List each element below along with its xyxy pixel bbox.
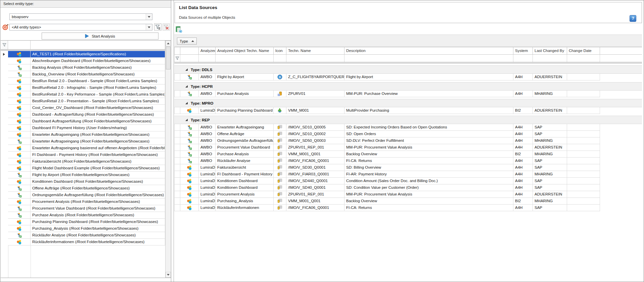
server-combo[interactable]: btsapserv	[9, 13, 152, 20]
filter-cell[interactable]	[513, 55, 533, 62]
list-item[interactable]: Ordnungsgemäße Auftragserfüllung (/Root …	[8, 192, 165, 199]
group-row[interactable]: Type: DDLS	[174, 65, 642, 74]
list-item[interactable]: Backlog Analysis (/Root Folder/bluetelli…	[8, 64, 165, 71]
list-item[interactable]: Backlog_Overview (/Root Folder/bluetelli…	[8, 71, 165, 78]
filter-cell[interactable]	[274, 55, 286, 62]
table-row[interactable]: LumiraDocu...Purchasing Planning Dashboa…	[174, 107, 600, 114]
table-row[interactable]: AWBOFlight by AirportDZ_C_FLIGHTBYAIRPOR…	[174, 74, 600, 80]
table-row[interactable]: AWBOPurchase AnalysisZPURV01MM-PUR: Purc…	[174, 91, 600, 97]
scroll-down-button[interactable]	[166, 272, 171, 278]
row-gutter-cell	[174, 198, 180, 204]
analyzed-object-icon-cell	[180, 91, 199, 97]
list-item[interactable]: Dashboard FI Payment History (/User Fold…	[8, 125, 165, 131]
filter-cell[interactable]	[344, 55, 513, 62]
filter-cell[interactable]	[286, 55, 344, 62]
scroll-up-button[interactable]	[166, 41, 171, 46]
list-item[interactable]: Abschreibungen Dashboard (/Root Folder/b…	[8, 58, 165, 64]
column-header[interactable]: Analyzed Ob...	[199, 47, 216, 54]
list-item[interactable]: BestRun Retail 2.0 - Dashboard - Sample …	[8, 78, 165, 84]
table-row[interactable]: AWBORückläufer Analyse/IMO/V_FICA06_Q000…	[174, 158, 600, 164]
techn-name-cell: Z_C_FLIGHTBYAIRPORTQUERY	[286, 74, 344, 80]
list-item[interactable]: Fakturaübersicht (/Root Folder/bluetelli…	[8, 158, 165, 165]
list-item-label: Erwarteter Auftragseingang (/Root Folder…	[31, 138, 165, 145]
list-item[interactable]: BestRunRetail 2.0 - Infographic - Sample…	[8, 84, 165, 91]
table-row[interactable]: AWBOPurchase AnalysisVMM_M001_Q001Backlo…	[174, 151, 600, 158]
column-header[interactable]: Icon	[274, 47, 286, 54]
table-row[interactable]: LumiraDocu...Fakturaübersicht/IMO/V_SD30…	[174, 164, 600, 171]
list-item-label: Flight Model Dashboard Example (/Root Fo…	[31, 165, 165, 171]
list-item[interactable]: Erwarteter Auftragseingang (/Root Folder…	[8, 131, 165, 138]
filter-cell[interactable]	[533, 55, 567, 62]
edit-filter-button[interactable]	[154, 23, 162, 31]
list-item[interactable]: Flight Model Dashboard Example (/Root Fo…	[8, 165, 165, 172]
list-item[interactable]: Offene Aufträge (/Root Folder/bluetellig…	[8, 185, 165, 192]
list-item[interactable]: Erwarteter Auftragseingang basierend auf…	[8, 145, 165, 152]
list-item[interactable]: Cost_Center_OV_Dashboard (/Root Folder/b…	[8, 105, 165, 111]
group-by-type-chip[interactable]: Type	[177, 38, 197, 45]
chevron-down-icon	[148, 16, 150, 18]
group-row[interactable]: Type: REP	[174, 116, 642, 124]
filter-gutter-cell[interactable]	[174, 55, 180, 62]
table-row[interactable]: LumiraDocu...Procurement AnalysisZPURV01…	[174, 191, 600, 198]
group-row-label: Type: REP	[191, 118, 210, 122]
filter-cell[interactable]	[567, 55, 600, 62]
table-row[interactable]: LumiraDocu...Konditionen Dashboard/IMO/V…	[174, 184, 600, 191]
table-row[interactable]: AWBOOrdnungsgemäße Auftragserfüllung/IMO…	[174, 137, 600, 144]
list-item[interactable]: Procurement Analysis (/Root Folder/bluet…	[8, 199, 165, 205]
server-combo-dropdown-button[interactable]	[146, 14, 152, 20]
filter-cell[interactable]	[31, 41, 165, 49]
lumira-document-icon	[187, 205, 192, 211]
filter-funnel-icon	[175, 56, 179, 60]
scrollbar-thumb[interactable]	[166, 47, 171, 69]
clear-filter-button[interactable]	[163, 23, 170, 31]
table-row[interactable]: AWBOOffene Aufträge/IMO/V_SD10_Q0002SD: …	[174, 131, 600, 137]
filter-cell[interactable]	[216, 55, 274, 62]
table-row[interactable]: LumiraDocu...FI Dashboard - Payment Hist…	[174, 171, 600, 178]
vertical-scrollbar[interactable]	[165, 41, 171, 278]
column-header[interactable]: Change Date	[567, 47, 600, 54]
column-header[interactable]: System	[513, 47, 533, 54]
filter-gutter-cell[interactable]	[1, 41, 8, 49]
table-row[interactable]: AWBOErwarteter Auftragseingang/IMO/V_SD1…	[174, 124, 600, 131]
entity-type-combo[interactable]: <All entity types>	[9, 24, 152, 31]
entity-type-combo-dropdown-button[interactable]	[146, 24, 152, 30]
analysis-workbook-icon	[187, 158, 192, 164]
group-row[interactable]: Type: MPRO	[174, 99, 642, 107]
column-header[interactable]: Analyzed Object Techn. Name	[216, 47, 274, 54]
list-item[interactable]: Flight by Airport (/Root Folder/bluetell…	[8, 172, 165, 178]
list-item[interactable]: Purchase Analysis (/Root Folder/bluetell…	[8, 212, 165, 219]
table-row[interactable]: LumiraDocu...Konditionen Dashboard/IMO/V…	[174, 178, 600, 184]
start-analysis-button[interactable]: Start Analysis	[42, 33, 158, 40]
list-item[interactable]: Procurement Value Dashboard (/Root Folde…	[8, 205, 165, 212]
bw-query-icon	[277, 199, 282, 204]
help-button[interactable]: ?	[630, 15, 636, 22]
list-item[interactable]: Purchasing_Analysis (/Root Folder/bluete…	[8, 225, 165, 232]
list-item-icon-cell	[8, 239, 31, 245]
list-item[interactable]: Rückläuferinformationen (/Root Folder/bl…	[8, 239, 165, 245]
list-item[interactable]: Dashboard Auftragserfüllung (/Root Folde…	[8, 118, 165, 125]
list-item[interactable]: BestRunRetail 2.0 - Key Peformance - Sam…	[8, 91, 165, 98]
type-icon-cell	[274, 131, 286, 137]
list-item[interactable]: Rückläufer Analyse (/Root Folder/bluetel…	[8, 232, 165, 239]
group-row[interactable]: Type: HCPR	[174, 82, 642, 91]
list-item[interactable]: BestRunRetail 2.0 - Presentation - Sampl…	[8, 98, 165, 105]
list-item[interactable]: FI Dashboard - Payment History (/Root Fo…	[8, 152, 165, 158]
table-row[interactable]: AWBOProcurement Value DashboardZPURV01_R…	[174, 144, 600, 151]
list-item-label: Backlog_Overview (/Root Folder/bluetelli…	[31, 71, 165, 77]
column-header[interactable]	[180, 47, 199, 54]
column-header[interactable]: Last Changed By	[533, 47, 567, 54]
list-item[interactable]: AK_TEST1 (/Root Folder/bluetelligence/Sp…	[8, 51, 165, 58]
list-item-label: AK_TEST1 (/Root Folder/bluetelligence/Sp…	[31, 51, 165, 57]
column-header[interactable]: Description	[344, 47, 513, 54]
filter-cell[interactable]	[180, 55, 199, 62]
list-item[interactable]: Konditionen Dashboard (/Root Folder/blue…	[8, 178, 165, 185]
export-to-excel-button[interactable]	[175, 25, 183, 34]
filter-cell[interactable]	[199, 55, 216, 62]
filter-cell[interactable]	[8, 41, 31, 49]
list-item[interactable]: Dashboard - Auftragserfüllung (/Root Fol…	[8, 111, 165, 118]
list-item[interactable]: Erwarteter Auftragseingang (/Root Folder…	[8, 138, 165, 145]
column-header[interactable]: Techn. Name	[286, 47, 344, 54]
table-row[interactable]: LumiraDocu...Rückläuferinformationen/IMO…	[174, 205, 600, 211]
list-item[interactable]: Purchasing Planning Dashboard (/Root Fol…	[8, 219, 165, 225]
table-row[interactable]: LumiraDocu...Purchasing_AnalysisVMM_M001…	[174, 198, 600, 205]
